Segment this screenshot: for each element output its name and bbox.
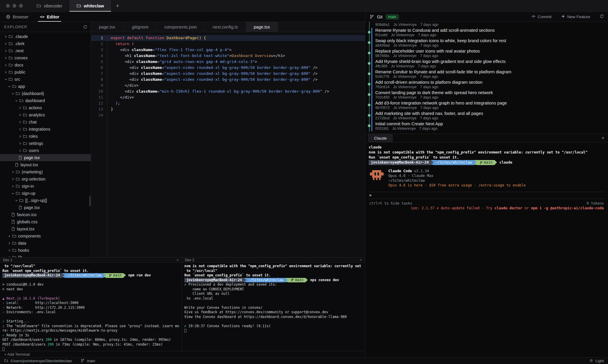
commit-item[interactable]: Add d3-force integration network graph t…: [365, 100, 608, 111]
tree-item-users[interactable]: users: [0, 147, 91, 154]
commit-item[interactable]: Rename Rynate to Conduxai and add scroll…: [365, 28, 608, 38]
tree-item-claude[interactable]: .claude: [0, 33, 91, 40]
commit-item[interactable]: Swap only black integration icons to whi…: [365, 38, 608, 48]
editor-tab-page-tsx[interactable]: page.tsx: [246, 22, 278, 32]
commit-item[interactable]: Convert landing page to dark theme with …: [365, 90, 608, 100]
explorer-scrollbar-thumb[interactable]: [89, 196, 91, 206]
commit-item[interactable]: Initial commit from Create Next App0031f…: [365, 121, 608, 132]
tree-item-sign-in[interactable]: sign-in: [0, 183, 91, 190]
commit-time: 7 days ago: [418, 64, 436, 68]
tree-item-integrations[interactable]: integrations: [0, 126, 91, 133]
commit-title: Add d3-force integration network graph t…: [375, 101, 604, 106]
file-tree: .claude.clerk.nextconvexdocspublicsrcapp…: [0, 32, 91, 257]
tree-item-marketing[interactable]: (marketing): [0, 168, 91, 175]
commit-author: Jo Vinkenroye: [393, 95, 417, 99]
editor-tab-gitignore[interactable]: .gitignore: [123, 22, 157, 32]
tree-item-actions[interactable]: actions: [0, 104, 91, 111]
close-window-button[interactable]: [6, 4, 10, 8]
tree-item-app[interactable]: app: [0, 83, 91, 90]
editor-tab-components-json[interactable]: components.json: [156, 22, 205, 32]
explorer-title: EXPLORER: [4, 25, 27, 29]
commit-item[interactable]: Add marketing site with shared nav, foot…: [365, 111, 608, 121]
commit-item[interactable]: Add Rynate shield-brain logo with gradie…: [365, 59, 608, 69]
code-line-text: </div>: [103, 94, 134, 100]
tree-item-label: (marketing): [22, 170, 43, 174]
tree-item-dashboard[interactable]: dashboard: [0, 97, 91, 104]
tree-item-globals-css[interactable]: globals.css: [0, 218, 91, 225]
shell-command: claude: [497, 160, 512, 164]
app-window: vibecoderwhiteclaw + Browser<>Editor Git…: [0, 0, 608, 364]
terminal-header: Dev 1×: [0, 257, 182, 263]
terminal-output[interactable]: to "/usr/local"Run `unset npm_config_pre…: [0, 263, 182, 351]
commit-time: 7 days ago: [420, 54, 438, 58]
tree-item-layout-tsx[interactable]: layout.tsx: [0, 161, 91, 168]
commit-hash: 9b70572: [375, 106, 390, 110]
editor-tab-page-tsx[interactable]: page.tsx: [91, 22, 123, 32]
terminal-line: POST /dashboard/users 200 in 73ms (compi…: [2, 342, 182, 347]
tree-item-roles[interactable]: roles: [0, 133, 91, 140]
commit-button[interactable]: Commit: [531, 14, 552, 19]
code-line-14: 14: [91, 112, 365, 118]
tree-item-sign-up[interactable]: [[...sign-up]]: [0, 197, 91, 204]
new-workspace-tab-button[interactable]: +: [111, 0, 124, 12]
tree-item-label: [[...sign-up]]: [25, 198, 47, 203]
minimize-window-button[interactable]: [12, 4, 16, 8]
tree-item-chat[interactable]: chat: [0, 118, 91, 126]
tree-item-dashboard[interactable]: (dashboard): [0, 90, 91, 97]
tree-item-label: data: [18, 241, 26, 246]
tree-item-page-tsx[interactable]: page.tsx: [0, 204, 91, 211]
claude-input[interactable]: >: [369, 192, 604, 199]
tree-item-lib[interactable]: lib: [0, 254, 91, 257]
claude-terminal-line: nvm is not compatible with the "npm_conf…: [369, 150, 604, 155]
tree-item-page-tsx[interactable]: page.tsx: [0, 154, 91, 161]
new-feature-button-label: New Feature: [567, 15, 590, 19]
workspace-tab-vibecoder[interactable]: vibecoder: [29, 0, 69, 12]
tree-item-favicon-ico[interactable]: favicon.ico: [0, 211, 91, 218]
close-icon[interactable]: ×: [176, 258, 179, 262]
view-toggle-editor[interactable]: <>Editor: [38, 12, 61, 22]
terminal-title: Dev 1: [3, 258, 12, 262]
tree-item-settings[interactable]: settings: [0, 140, 91, 147]
tree-item-src[interactable]: src: [0, 76, 91, 83]
tab-claude[interactable]: Claude: [368, 134, 393, 142]
tree-item-components[interactable]: components: [0, 232, 91, 240]
tree-item-sign-up[interactable]: sign-up: [0, 190, 91, 197]
code-editor[interactable]: 1export default function DashboardPage()…: [91, 32, 365, 257]
folder-icon: [77, 4, 81, 8]
commit-item[interactable]: Replace placeholder user icons with real…: [365, 48, 608, 59]
terminal-header: Dev 2×: [182, 257, 365, 263]
zoom-window-button[interactable]: [19, 4, 23, 8]
tree-item-layout-tsx[interactable]: layout.tsx: [0, 225, 91, 232]
tree-item-convex[interactable]: convex: [0, 54, 91, 61]
theme-toggle[interactable]: Light: [589, 359, 604, 363]
claude-terminal[interactable]: claudenvm is not compatible with the "np…: [365, 143, 608, 357]
add-terminal-button[interactable]: + Add Terminal: [0, 351, 365, 357]
terminal-line: - Network: http://172.20.2.115:3000: [2, 306, 182, 310]
workspace-tab-whiteclaw[interactable]: whiteclaw: [69, 0, 111, 12]
tree-item-label: .clerk: [15, 41, 24, 46]
terminal-output[interactable]: nvm is not compatible with the "npm_conf…: [182, 263, 365, 351]
commit-item-partial[interactable]: 908d8a1Jo Vinkenroye7 days ago: [365, 23, 608, 28]
view-toggle-browser[interactable]: Browser: [4, 12, 30, 22]
tree-item-hooks[interactable]: hooks: [0, 247, 91, 254]
tree-item-data[interactable]: data: [0, 240, 91, 247]
new-feature-button[interactable]: New Feature: [561, 14, 590, 19]
new-claude-tab-button[interactable]: +: [601, 135, 604, 141]
tree-item-next[interactable]: .next: [0, 47, 91, 54]
tree-item-public[interactable]: public: [0, 69, 91, 76]
git-refresh-button[interactable]: [600, 14, 604, 19]
folder-icon: [16, 170, 22, 174]
line-number: 12: [91, 100, 103, 106]
explorer-refresh-button[interactable]: [83, 25, 87, 29]
tree-item-clerk[interactable]: .clerk: [0, 40, 91, 47]
tree-item-docs[interactable]: docs: [0, 61, 91, 69]
tree-item-org-selection[interactable]: org-selection: [0, 175, 91, 183]
git-branch-icon: [81, 359, 85, 363]
commit-author: Jo Vinkenroye: [393, 85, 417, 89]
refresh-icon: [600, 14, 604, 19]
editor-tab-next-config-ts[interactable]: next.config.ts: [205, 22, 246, 32]
commit-item[interactable]: Add scroll-driven animations to platform…: [365, 80, 608, 90]
commit-item[interactable]: Rename Conduir to Rynate and add scroll-…: [365, 69, 608, 80]
tree-item-analytics[interactable]: analytics: [0, 111, 91, 118]
close-icon[interactable]: ×: [360, 258, 362, 262]
